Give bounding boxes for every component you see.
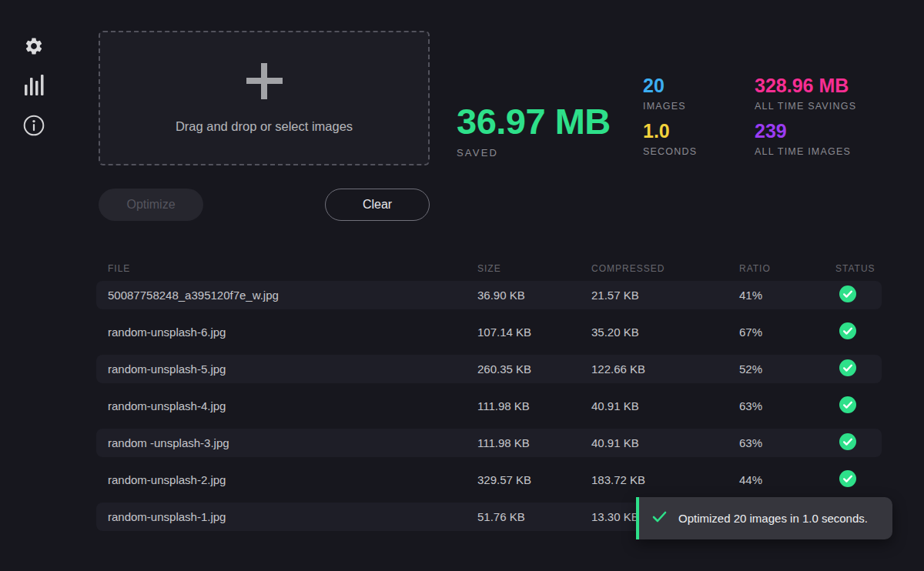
bar-chart-icon xyxy=(23,86,45,98)
gear-icon xyxy=(24,47,44,58)
file-name: random-unsplash-2.jpg xyxy=(108,473,477,486)
file-ratio: 63% xyxy=(739,399,835,412)
file-compressed: 40.91 KB xyxy=(591,436,739,449)
stat-column-alltime: 328.96 MB ALL TIME SAVINGS 239 ALL TIME … xyxy=(755,76,856,167)
file-compressed: 183.72 KB xyxy=(591,473,739,486)
status-cell xyxy=(835,470,882,489)
status-success-icon xyxy=(839,322,856,342)
status-cell xyxy=(835,286,882,305)
alltime-images-label: ALL TIME IMAGES xyxy=(755,147,856,157)
seconds-value: 1.0 xyxy=(643,122,697,141)
file-compressed: 40.91 KB xyxy=(591,399,739,412)
table-header: FILE SIZE COMPRESSED RATIO STATUS xyxy=(96,263,882,274)
sidebar-item-stats[interactable] xyxy=(23,74,45,95)
header-file: FILE xyxy=(108,263,477,274)
clear-button[interactable]: Clear xyxy=(325,189,430,221)
status-success-icon xyxy=(839,470,856,489)
file-ratio: 67% xyxy=(739,326,835,339)
file-size: 111.98 KB xyxy=(477,399,591,412)
images-label: IMAGES xyxy=(643,102,697,112)
status-success-icon xyxy=(839,396,856,416)
optimize-button[interactable]: Optimize xyxy=(99,189,203,221)
file-size: 51.76 KB xyxy=(477,510,591,523)
file-ratio: 44% xyxy=(739,473,835,486)
file-size: 111.98 KB xyxy=(477,436,591,449)
plus-icon xyxy=(246,63,283,99)
saved-label: SAVED xyxy=(457,147,611,159)
toast-notification: Optimized 20 images in 1.0 seconds. xyxy=(636,497,892,539)
status-cell xyxy=(835,359,882,379)
file-name: random -unsplash-3.jpg xyxy=(108,436,477,449)
status-cell xyxy=(835,396,882,416)
table-row: 50087758248_a395120f7e_w.jpg 36.90 KB 21… xyxy=(96,281,882,309)
dropzone[interactable]: Drag and drop or select images xyxy=(99,31,430,165)
file-ratio: 52% xyxy=(739,362,835,376)
table-row: random-unsplash-6.jpg 107.14 KB 35.20 KB… xyxy=(96,318,882,346)
file-compressed: 35.20 KB xyxy=(591,326,739,339)
check-icon xyxy=(652,511,667,526)
status-cell xyxy=(835,433,882,452)
file-ratio: 63% xyxy=(739,436,835,449)
table-row: random-unsplash-2.jpg 329.57 KB 183.72 K… xyxy=(96,466,882,494)
file-size: 107.14 KB xyxy=(477,326,591,339)
table-row: random-unsplash-5.jpg 260.35 KB 122.66 K… xyxy=(96,355,882,383)
file-size: 329.57 KB xyxy=(477,473,591,486)
file-name: random-unsplash-6.jpg xyxy=(108,326,477,339)
sidebar-item-settings[interactable] xyxy=(24,36,44,56)
alltime-savings-value: 328.96 MB xyxy=(755,76,856,95)
file-name: random-unsplash-5.jpg xyxy=(108,362,477,376)
sidebar-item-about[interactable] xyxy=(22,114,45,137)
table-body: 50087758248_a395120f7e_w.jpg 36.90 KB 21… xyxy=(96,281,882,531)
file-name: 50087758248_a395120f7e_w.jpg xyxy=(108,289,477,302)
file-ratio: 41% xyxy=(739,289,835,302)
status-success-icon xyxy=(839,359,856,379)
images-value: 20 xyxy=(643,76,697,95)
table-row: random -unsplash-3.jpg 111.98 KB 40.91 K… xyxy=(96,429,882,457)
header-size: SIZE xyxy=(477,263,591,274)
file-compressed: 122.66 KB xyxy=(591,362,739,376)
status-success-icon xyxy=(839,286,856,305)
file-size: 36.90 KB xyxy=(477,289,591,302)
saved-value: 36.97 MB xyxy=(457,103,611,139)
file-size: 260.35 KB xyxy=(477,362,591,376)
status-success-icon xyxy=(839,433,856,452)
header-status: STATUS xyxy=(835,263,882,274)
seconds-label: SECONDS xyxy=(643,147,697,157)
header-ratio: RATIO xyxy=(739,263,835,274)
header-compressed: COMPRESSED xyxy=(591,263,739,274)
status-cell xyxy=(835,322,882,342)
toast-message: Optimized 20 images in 1.0 seconds. xyxy=(678,512,868,525)
info-icon xyxy=(22,128,45,139)
stat-saved: 36.97 MB SAVED xyxy=(457,103,611,159)
file-name: random-unsplash-1.jpg xyxy=(108,510,477,523)
file-name: random-unsplash-4.jpg xyxy=(108,399,477,412)
file-compressed: 21.57 KB xyxy=(591,289,739,302)
stat-column-session: 20 IMAGES 1.0 SECONDS xyxy=(643,76,697,167)
alltime-images-value: 239 xyxy=(755,122,856,141)
dropzone-label: Drag and drop or select images xyxy=(176,119,353,134)
table-row: random-unsplash-4.jpg 111.98 KB 40.91 KB… xyxy=(96,392,882,420)
alltime-savings-label: ALL TIME SAVINGS xyxy=(755,102,856,112)
